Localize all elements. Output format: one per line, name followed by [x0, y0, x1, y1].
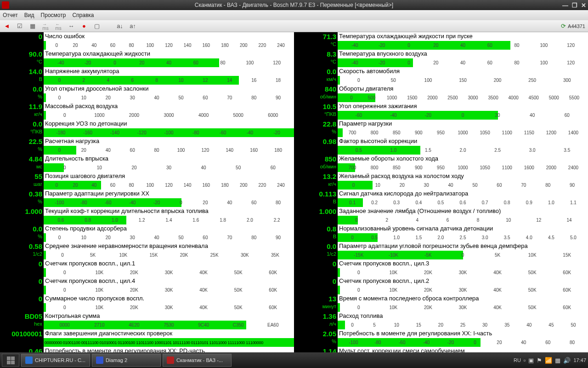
param-bar: 00.51.01.52.02.53.03.54.04.55.0: [338, 233, 588, 242]
param-name: Потребность в моменте для регулирования …: [338, 329, 588, 338]
param-bar: 010K20K30K40K50K60K: [44, 268, 294, 277]
menu-view[interactable]: Вид: [24, 12, 34, 18]
sort-desc-button[interactable]: a↑: [129, 22, 137, 30]
param-value: 1.000: [294, 207, 336, 216]
main-area: 0 Число ошибок 0204060801001201401601802…: [0, 32, 588, 361]
param-value: 14.0: [0, 67, 42, 76]
param-value: BD05: [0, 312, 42, 321]
tray-icon[interactable]: ▣: [528, 357, 534, 364]
param-name: Напряжение аккумулятора: [44, 67, 294, 76]
param-unit: °C: [294, 58, 336, 65]
menu-browse[interactable]: Просмотр: [41, 12, 66, 18]
param-unit: %: [0, 198, 42, 205]
param-value: 13: [294, 294, 336, 303]
param-value: 90.0: [0, 50, 42, 58]
menu-help[interactable]: Справка: [72, 12, 94, 18]
param-bar: -40-20020406080100120: [338, 41, 588, 50]
param-row: 0 Счетчик пропусков воспл., цил.1 010K20…: [0, 259, 294, 277]
param-value: 0: [294, 259, 336, 268]
param-name: Позиция шагового двигателя: [44, 172, 294, 181]
param-bar: -100-80-60-40-20020406080: [338, 338, 588, 347]
minimize-button[interactable]: —: [562, 2, 568, 9]
param-name: Желаемый расход воздуха на холостом ходу: [338, 172, 588, 181]
ms-button[interactable]: →ms: [41, 22, 50, 30]
menu-report[interactable]: Отчет: [3, 12, 18, 18]
lang-indicator[interactable]: RU: [514, 357, 521, 363]
param-row: 0.0 °ПКВ Коррекция УОЗ по детонации -180…: [0, 120, 294, 137]
param-bar: 05101520253035404550: [338, 321, 588, 329]
close-button[interactable]: ✕: [581, 2, 586, 9]
param-value: 0.38: [0, 190, 42, 198]
param-value: 1.000: [0, 207, 42, 216]
param-row: 0 Счетчик пропусков воспл., цил.3 010K20…: [294, 259, 588, 277]
column-right: 71.3 °C Температура охлаждающей жидкости…: [294, 32, 588, 361]
param-bar: 0.10.20.30.40.50.60.70.80.91.01.1: [338, 198, 588, 207]
param-name: Желаемые обороты холостого хода: [338, 155, 588, 163]
tray-icon[interactable]: ⚑: [537, 357, 542, 364]
param-name: Фактор высотной коррекции: [338, 137, 588, 146]
back-button[interactable]: ◄: [3, 22, 11, 30]
maximize-button[interactable]: ❐: [572, 2, 577, 9]
param-row: 8.3 °C Температура впускного воздуха -40…: [294, 50, 588, 67]
volume-icon[interactable]: 🔊: [563, 357, 571, 364]
param-row: 0.38 % Параметр адаптации регулировки ХХ…: [0, 190, 294, 207]
param-row: 4.84 мс Длительность впрыска 01020304050…: [0, 155, 294, 172]
taskbar-item[interactable]: CHIPTUNER.RU - С...: [21, 354, 90, 367]
param-value: 0.0: [0, 224, 42, 233]
param-bar: 0102030405060708090: [44, 233, 294, 242]
param-row: 0.98 Фактор высотной коррекции 0.51.01.5…: [294, 137, 588, 155]
tray-icon[interactable]: ▦: [555, 357, 560, 364]
param-unit: об/мин: [294, 163, 336, 170]
param-name: Счетчик пропусков воспл., цил.4: [44, 277, 294, 286]
param-row: 0 Суммарное число пропусков воспл. 010K2…: [0, 294, 294, 312]
param-value: 8.3: [294, 50, 336, 58]
clock[interactable]: 17:47: [573, 357, 586, 363]
param-value: 840: [294, 85, 336, 93]
window-title: Сканматик - ВАЗ - Двигатель - Bosch M7.9…: [195, 2, 393, 8]
param-value: 13.2: [294, 172, 336, 181]
param-name: Температура охлаждающей жидкости: [44, 50, 294, 58]
param-name: Время с момента последнего сброса контро…: [338, 294, 588, 303]
param-name: Счетчик пропусков воспл., цил.2: [338, 277, 588, 286]
grid-button[interactable]: ▦: [28, 22, 37, 30]
param-value: 71.3: [294, 32, 336, 41]
app-icon: [2, 1, 9, 9]
param-value: 0: [0, 294, 42, 303]
start-button[interactable]: [2, 354, 19, 367]
param-bar: 700800850900950100010501100160020002400: [338, 163, 588, 172]
param-name: Среднее значение неравномерности вращени…: [44, 242, 294, 251]
param-row: 1.000 Заданное значение лямбда (Отношени…: [294, 207, 588, 224]
column-left: 0 Число ошибок 0204060801001201401601802…: [0, 32, 294, 361]
param-bar: 010K20K30K40K50K60K: [338, 286, 588, 294]
param-name: Обороты двигателя: [338, 85, 588, 93]
param-unit: %: [0, 146, 42, 152]
param-name: Массовый расход воздуха: [44, 102, 294, 111]
param-value: 0: [0, 259, 42, 268]
param-unit: °C: [294, 41, 336, 47]
param-unit: °ПКВ: [0, 128, 42, 135]
save-button[interactable]: ☑: [16, 22, 24, 30]
param-name: Степень продувки адсорбера: [44, 224, 294, 233]
taskbar-item[interactable]: Сканматик - ВАЗ -...: [163, 354, 232, 367]
expand-button[interactable]: ↔: [67, 22, 75, 30]
param-bar: 024681012141618: [44, 76, 294, 85]
param-value: 0.0: [0, 85, 42, 93]
tray-icon[interactable]: ▫: [524, 357, 526, 364]
ms2-button[interactable]: ←ms: [54, 22, 62, 30]
param-bar: 700800850900950100010501100115012001400: [338, 128, 588, 137]
param-bar: 05K10K15K20K25K30K35K: [44, 251, 294, 259]
param-unit: кг/ч: [294, 181, 336, 187]
record-button[interactable]: ●: [80, 22, 88, 30]
param-name: Параметр адаптации угловой погрешности з…: [338, 242, 588, 251]
param-value: 22.8: [294, 120, 336, 128]
param-unit: 1/с2: [0, 251, 42, 257]
param-value: 2.05: [294, 329, 336, 338]
param-row: 2.05 % Потребность в моменте для регулир…: [294, 329, 588, 347]
stop-button[interactable]: ▢: [93, 22, 101, 30]
sort-asc-button[interactable]: a↓: [116, 22, 124, 30]
param-name: Длительность впрыска: [44, 155, 294, 163]
taskbar-item[interactable]: Diamag 2: [92, 354, 161, 367]
network-icon[interactable]: 📶: [545, 357, 552, 364]
param-bar: 0.51.01.52.02.53.03.5: [338, 146, 588, 155]
param-value: 0.113: [294, 190, 336, 198]
